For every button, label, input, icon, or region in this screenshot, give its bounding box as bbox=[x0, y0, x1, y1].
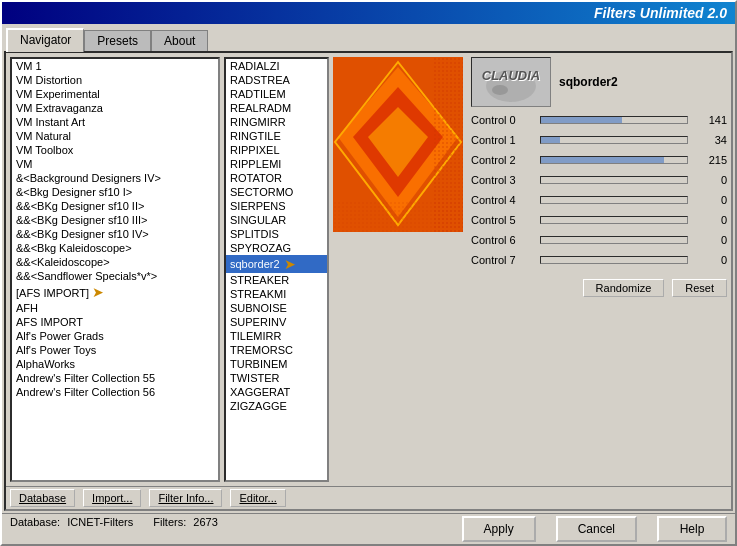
category-list-item[interactable]: &<Background Designers IV> bbox=[12, 171, 218, 185]
filter-list-item[interactable]: XAGGERAT bbox=[226, 385, 327, 399]
filter-list-item[interactable]: TILEMIRR bbox=[226, 329, 327, 343]
category-list-item[interactable]: VM Toolbox bbox=[12, 143, 218, 157]
randomize-button[interactable]: Randomize bbox=[583, 279, 665, 297]
reset-button[interactable]: Reset bbox=[672, 279, 727, 297]
filter-list-item[interactable]: REALRADM bbox=[226, 101, 327, 115]
control-value-2: 215 bbox=[692, 154, 727, 166]
filter-list-item[interactable]: STREAKER bbox=[226, 273, 327, 287]
category-list-item[interactable]: &&<BKg Designer sf10 IV> bbox=[12, 227, 218, 241]
category-list-item[interactable]: VM Natural bbox=[12, 129, 218, 143]
category-list-item[interactable]: AFS IMPORT bbox=[12, 315, 218, 329]
middle-panel: RADIALZIRADSTREARADTILEMREALRADMRINGMIRR… bbox=[224, 57, 329, 482]
database-button[interactable]: Database bbox=[10, 489, 75, 507]
main-layout: VM 1VM DistortionVM ExperimentalVM Extra… bbox=[6, 53, 731, 486]
filter-list-item[interactable]: SPYROZAG bbox=[226, 241, 327, 255]
cancel-button[interactable]: Cancel bbox=[556, 516, 637, 542]
control-label: Control 3 bbox=[471, 174, 536, 186]
control-label: Control 1 bbox=[471, 134, 536, 146]
control-label: Control 4 bbox=[471, 194, 536, 206]
control-value-3: 0 bbox=[692, 174, 727, 186]
import-button[interactable]: Import... bbox=[83, 489, 141, 507]
arrow-icon: ➤ bbox=[284, 256, 296, 272]
category-list-item[interactable]: VM 1 bbox=[12, 59, 218, 73]
control-label: Control 5 bbox=[471, 214, 536, 226]
rand-reset-row: Randomize Reset bbox=[471, 279, 727, 297]
filter-list-item[interactable]: ZIGZAGGE bbox=[226, 399, 327, 413]
control-slider-1[interactable] bbox=[540, 136, 688, 144]
control-value-7: 0 bbox=[692, 254, 727, 266]
category-list-item[interactable]: AFH bbox=[12, 301, 218, 315]
filter-list[interactable]: RADIALZIRADSTREARADTILEMREALRADMRINGMIRR… bbox=[224, 57, 329, 482]
category-list[interactable]: VM 1VM DistortionVM ExperimentalVM Extra… bbox=[10, 57, 220, 482]
filter-list-item[interactable]: RIPPIXEL bbox=[226, 143, 327, 157]
category-list-item[interactable]: &&<BKg Designer sf10 III> bbox=[12, 213, 218, 227]
tab-navigator[interactable]: Navigator bbox=[6, 28, 84, 52]
category-list-item[interactable]: Alf's Power Toys bbox=[12, 343, 218, 357]
control-slider-2[interactable] bbox=[540, 156, 688, 164]
category-list-item[interactable]: AlphaWorks bbox=[12, 357, 218, 371]
category-list-item[interactable]: VM Extravaganza bbox=[12, 101, 218, 115]
category-list-item[interactable]: VM bbox=[12, 157, 218, 171]
svg-text:CLAUDIA: CLAUDIA bbox=[482, 68, 541, 83]
control-slider-3[interactable] bbox=[540, 176, 688, 184]
filter-list-item[interactable]: RADTILEM bbox=[226, 87, 327, 101]
category-list-item[interactable]: Andrew's Filter Collection 55 bbox=[12, 371, 218, 385]
control-slider-7[interactable] bbox=[540, 256, 688, 264]
database-label: Database: ICNET-Filters bbox=[10, 516, 133, 542]
category-list-item[interactable]: &&<Kaleidoscope> bbox=[12, 255, 218, 269]
category-list-item[interactable]: VM Experimental bbox=[12, 87, 218, 101]
category-list-item[interactable]: [AFS IMPORT] ➤ bbox=[12, 283, 218, 301]
filter-list-item[interactable]: RADIALZI bbox=[226, 59, 327, 73]
controls-panel: Control 0 141 Control 1 34 Control 2 215… bbox=[471, 111, 727, 271]
filter-list-item[interactable]: TREMORSC bbox=[226, 343, 327, 357]
category-list-item[interactable]: VM Instant Art bbox=[12, 115, 218, 129]
control-row: Control 2 215 bbox=[471, 151, 727, 169]
filters-label: Filters: 2673 bbox=[153, 516, 218, 542]
apply-button[interactable]: Apply bbox=[462, 516, 536, 542]
arrow-icon: ➤ bbox=[92, 284, 104, 300]
category-list-item[interactable]: VM Distortion bbox=[12, 73, 218, 87]
right-panel: CLAUDIA sqborder2 Control 0 141 Control … bbox=[333, 57, 727, 482]
filter-list-item[interactable]: SUBNOISE bbox=[226, 301, 327, 315]
category-list-item[interactable]: &&<BKg Designer sf10 II> bbox=[12, 199, 218, 213]
control-slider-4[interactable] bbox=[540, 196, 688, 204]
control-slider-6[interactable] bbox=[540, 236, 688, 244]
control-row: Control 3 0 bbox=[471, 171, 727, 189]
filter-list-item[interactable]: STREAKMI bbox=[226, 287, 327, 301]
help-button[interactable]: Help bbox=[657, 516, 727, 542]
control-value-1: 34 bbox=[692, 134, 727, 146]
filter-list-item[interactable]: TURBINEM bbox=[226, 357, 327, 371]
category-list-item[interactable]: &&<Sandflower Specials*v*> bbox=[12, 269, 218, 283]
filter-list-item[interactable]: RIPPLEMI bbox=[226, 157, 327, 171]
control-row: Control 6 0 bbox=[471, 231, 727, 249]
filter-list-item[interactable]: ROTATOR bbox=[226, 171, 327, 185]
filter-list-item[interactable]: RINGTILE bbox=[226, 129, 327, 143]
editor-button[interactable]: Editor... bbox=[230, 489, 285, 507]
category-list-item[interactable]: Alf's Power Grads bbox=[12, 329, 218, 343]
filter-list-item[interactable]: TWISTER bbox=[226, 371, 327, 385]
tab-presets[interactable]: Presets bbox=[84, 30, 151, 51]
category-list-item[interactable]: &<Bkg Designer sf10 I> bbox=[12, 185, 218, 199]
main-window: Filters Unlimited 2.0 Navigator Presets … bbox=[0, 0, 737, 546]
control-slider-5[interactable] bbox=[540, 216, 688, 224]
filter-list-item[interactable]: SPLITDIS bbox=[226, 227, 327, 241]
control-slider-0[interactable] bbox=[540, 116, 688, 124]
control-value-0: 141 bbox=[692, 114, 727, 126]
filter-info-button[interactable]: Filter Info... bbox=[149, 489, 222, 507]
control-label: Control 0 bbox=[471, 114, 536, 126]
control-row: Control 7 0 bbox=[471, 251, 727, 269]
filter-list-item[interactable]: RINGMIRR bbox=[226, 115, 327, 129]
filter-list-item[interactable]: SINGULAR bbox=[226, 213, 327, 227]
filter-list-item[interactable]: RADSTREA bbox=[226, 73, 327, 87]
filter-list-item[interactable]: SUPERINV bbox=[226, 315, 327, 329]
status-bar: Database: ICNET-Filters Filters: 2673 Ap… bbox=[2, 513, 735, 544]
category-list-item[interactable]: &&<Bkg Kaleidoscope> bbox=[12, 241, 218, 255]
control-label: Control 6 bbox=[471, 234, 536, 246]
filter-list-item[interactable]: SECTORMO bbox=[226, 185, 327, 199]
title-bar: Filters Unlimited 2.0 bbox=[2, 2, 735, 24]
control-value-5: 0 bbox=[692, 214, 727, 226]
category-list-item[interactable]: Andrew's Filter Collection 56 bbox=[12, 385, 218, 399]
tab-about[interactable]: About bbox=[151, 30, 208, 51]
filter-list-item[interactable]: sqborder2 ➤ bbox=[226, 255, 327, 273]
filter-list-item[interactable]: SIERPENS bbox=[226, 199, 327, 213]
